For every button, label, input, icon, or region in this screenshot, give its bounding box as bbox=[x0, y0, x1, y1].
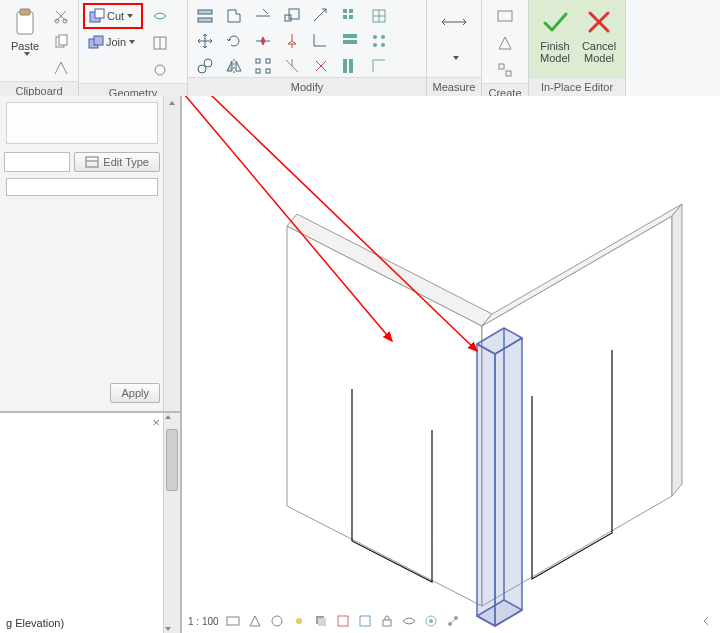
copy-move-icon[interactable] bbox=[192, 53, 218, 79]
paste-button[interactable]: Paste bbox=[4, 3, 46, 57]
cut-label: Cut bbox=[107, 10, 124, 22]
cut-clipboard-icon[interactable] bbox=[48, 3, 74, 29]
svg-point-51 bbox=[272, 616, 282, 626]
cope-icon[interactable] bbox=[147, 3, 173, 29]
svg-rect-23 bbox=[266, 69, 270, 73]
cancel-model-button[interactable]: Cancel Model bbox=[577, 3, 621, 65]
model-canvas[interactable]: 1 : 100 bbox=[182, 96, 720, 633]
browser-scrollbar[interactable] bbox=[163, 413, 180, 633]
svg-rect-26 bbox=[343, 9, 347, 13]
create-icon2[interactable] bbox=[492, 30, 518, 56]
corner-trim-icon[interactable] bbox=[308, 28, 334, 54]
create-icon3[interactable] bbox=[492, 57, 518, 83]
view-scale[interactable]: 1 : 100 bbox=[188, 616, 219, 627]
svg-rect-24 bbox=[285, 15, 291, 21]
svg-rect-21 bbox=[266, 59, 270, 63]
reveal-hidden-icon[interactable] bbox=[423, 613, 439, 629]
worksharing-icon[interactable] bbox=[445, 613, 461, 629]
instance-dropdown[interactable] bbox=[4, 152, 70, 172]
geom-extra-icon[interactable] bbox=[147, 57, 173, 83]
svg-rect-13 bbox=[198, 10, 212, 14]
grid-icon2[interactable] bbox=[337, 28, 363, 54]
lock-3d-icon[interactable] bbox=[379, 613, 395, 629]
pin-icon[interactable] bbox=[279, 28, 305, 54]
svg-point-39 bbox=[373, 43, 377, 47]
chevron-down-icon bbox=[127, 14, 133, 18]
type-selector[interactable] bbox=[6, 102, 158, 144]
tree-item[interactable]: g Elevation) bbox=[6, 617, 160, 629]
grid-icon5[interactable] bbox=[366, 28, 392, 54]
offset-icon[interactable] bbox=[221, 3, 247, 29]
mirror-icon[interactable] bbox=[221, 53, 247, 79]
svg-point-38 bbox=[381, 35, 385, 39]
visual-style-icon[interactable] bbox=[269, 613, 285, 629]
trim-icon[interactable] bbox=[250, 3, 276, 29]
view-control-bar: 1 : 100 bbox=[188, 611, 714, 631]
svg-rect-30 bbox=[343, 34, 357, 38]
create-icon1[interactable] bbox=[492, 3, 518, 29]
svg-rect-56 bbox=[360, 616, 370, 626]
properties-palette: Edit Type Apply × g Elevation) bbox=[0, 96, 182, 633]
property-row[interactable] bbox=[6, 178, 158, 196]
apply-button[interactable]: Apply bbox=[110, 383, 160, 403]
edit-type-button[interactable]: Edit Type bbox=[74, 152, 160, 172]
svg-rect-31 bbox=[343, 40, 357, 44]
cut-geometry-button[interactable]: Cut bbox=[83, 3, 143, 29]
rotate-icon[interactable] bbox=[221, 28, 247, 54]
array-icon[interactable] bbox=[250, 53, 276, 79]
project-browser: × g Elevation) bbox=[0, 411, 180, 633]
copy-icon[interactable] bbox=[48, 29, 74, 55]
panel-create: Create bbox=[482, 0, 529, 96]
split-face-icon[interactable] bbox=[147, 30, 173, 56]
edit-type-label: Edit Type bbox=[103, 156, 149, 168]
panel-inplace-editor: Finish Model Cancel Model In-Place Edito… bbox=[529, 0, 626, 96]
graphic-display-icon[interactable] bbox=[225, 613, 241, 629]
join-geometry-button[interactable]: Join bbox=[83, 30, 143, 54]
svg-point-16 bbox=[204, 59, 212, 67]
grid-icon4[interactable] bbox=[366, 3, 392, 29]
measure-button[interactable] bbox=[431, 3, 477, 61]
sun-path-icon[interactable] bbox=[291, 613, 307, 629]
svg-line-62 bbox=[451, 619, 455, 623]
split-icon[interactable] bbox=[250, 28, 276, 54]
chevron-down-icon bbox=[129, 40, 135, 44]
unpin-icon[interactable] bbox=[279, 53, 305, 79]
crop-region-icon[interactable] bbox=[357, 613, 373, 629]
panel-modify: Modify bbox=[188, 0, 427, 96]
chevron-down-icon bbox=[453, 56, 459, 60]
match-icon[interactable] bbox=[48, 55, 74, 81]
delete-icon[interactable] bbox=[308, 53, 334, 79]
finish-model-button[interactable]: Finish Model bbox=[533, 3, 577, 65]
svg-point-15 bbox=[198, 65, 206, 73]
svg-rect-50 bbox=[227, 617, 239, 625]
detail-level-icon[interactable] bbox=[247, 613, 263, 629]
svg-rect-57 bbox=[383, 620, 391, 626]
grid-icon6[interactable] bbox=[366, 53, 392, 79]
extend-icon[interactable] bbox=[308, 3, 334, 29]
crop-view-icon[interactable] bbox=[335, 613, 351, 629]
svg-rect-45 bbox=[86, 157, 98, 167]
svg-rect-29 bbox=[349, 15, 353, 19]
scroll-left-icon[interactable] bbox=[698, 613, 714, 629]
svg-point-52 bbox=[296, 618, 302, 624]
close-icon[interactable]: × bbox=[152, 415, 160, 430]
svg-rect-44 bbox=[506, 71, 511, 76]
svg-rect-28 bbox=[343, 15, 347, 19]
svg-rect-32 bbox=[343, 59, 347, 73]
grid-icon3[interactable] bbox=[337, 53, 363, 79]
svg-rect-14 bbox=[198, 18, 212, 22]
cancel-model-label: Cancel Model bbox=[582, 40, 616, 64]
modify-tools-grid bbox=[192, 3, 392, 77]
panel-geometry: Cut Join Geometry bbox=[79, 0, 188, 96]
panel-title-inplace: In-Place Editor bbox=[529, 77, 625, 96]
move-icon[interactable] bbox=[192, 28, 218, 54]
scale-icon[interactable] bbox=[279, 3, 305, 29]
align-icon[interactable] bbox=[192, 3, 218, 29]
grid-icon1[interactable] bbox=[337, 3, 363, 29]
ribbon: Paste Clipboard Cut Join bbox=[0, 0, 720, 97]
svg-rect-5 bbox=[59, 35, 67, 45]
model-3d-view bbox=[182, 96, 720, 633]
svg-rect-43 bbox=[499, 64, 504, 69]
shadows-icon[interactable] bbox=[313, 613, 329, 629]
temp-hide-icon[interactable] bbox=[401, 613, 417, 629]
